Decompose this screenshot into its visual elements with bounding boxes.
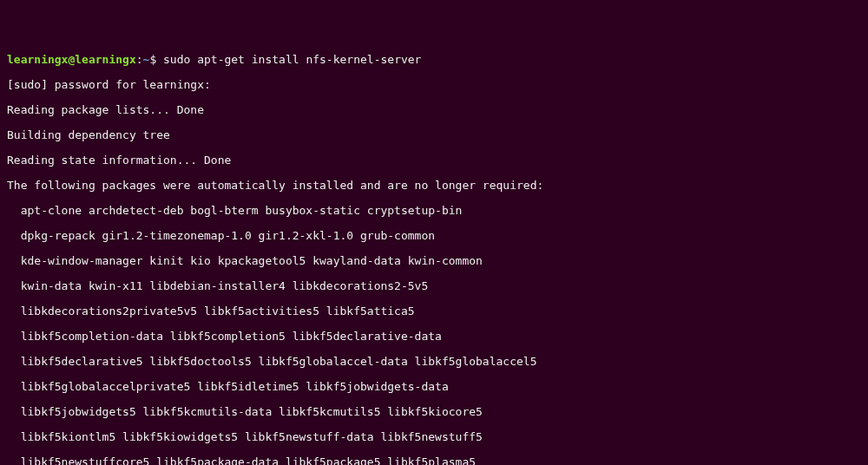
output-line: Building dependency tree xyxy=(7,129,861,142)
output-line: apt-clone archdetect-deb bogl-bterm busy… xyxy=(7,205,861,218)
output-line: dpkg-repack gir1.2-timezonemap-1.0 gir1.… xyxy=(7,230,861,243)
output-line: kwin-data kwin-x11 libdebian-installer4 … xyxy=(7,280,861,293)
output-line: Reading package lists... Done xyxy=(7,104,861,117)
output-line: kde-window-manager kinit kio kpackagetoo… xyxy=(7,255,861,268)
output-line: [sudo] password for learningx: xyxy=(7,79,861,92)
terminal-prompt-line[interactable]: learningx@learningx:~$ sudo apt-get inst… xyxy=(7,54,861,67)
output-line: libkf5kiontlm5 libkf5kiowidgets5 libkf5n… xyxy=(7,431,861,444)
prompt-dollar: $ xyxy=(149,53,163,66)
output-line: libkf5declarative5 libkf5doctools5 libkf… xyxy=(7,356,861,369)
output-line: libkdecorations2private5v5 libkf5activit… xyxy=(7,305,861,318)
prompt-command: sudo apt-get install nfs-kernel-server xyxy=(163,53,421,66)
output-line: libkf5completion-data libkf5completion5 … xyxy=(7,331,861,344)
output-line: libkf5newstuffcore5 libkf5package-data l… xyxy=(7,456,861,465)
output-line: libkf5globalaccelprivate5 libkf5idletime… xyxy=(7,381,861,394)
output-line: The following packages were automaticall… xyxy=(7,180,861,193)
output-line: libkf5jobwidgets5 libkf5kcmutils-data li… xyxy=(7,406,861,419)
prompt-colon: : xyxy=(136,53,143,66)
output-line: Reading state information... Done xyxy=(7,154,861,167)
prompt-userhost: learningx@learningx xyxy=(7,53,136,66)
